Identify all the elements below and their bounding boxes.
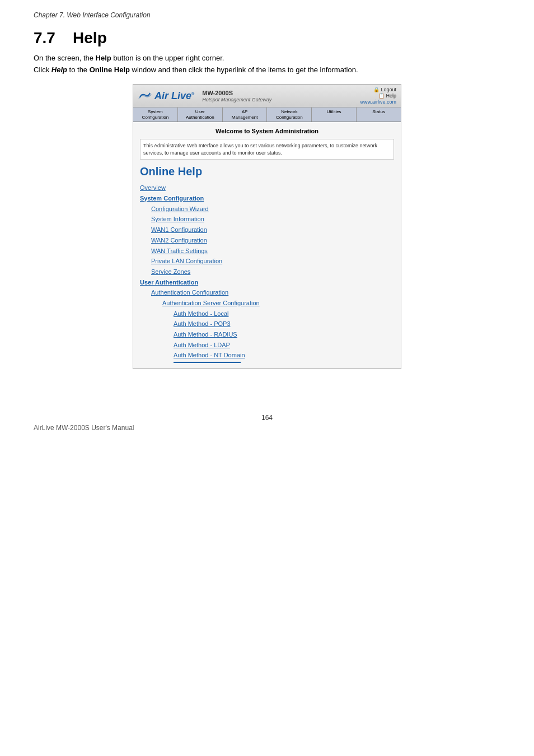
ss-logo-text: Air Live® — [154, 90, 194, 102]
ss-content: Welcome to System Administration This Ad… — [133, 122, 401, 368]
online-help-title: Online Help — [140, 165, 394, 178]
cutoff-line — [174, 362, 241, 363]
link-auth-radius[interactable]: Auth Method - RADIUS — [140, 329, 394, 340]
footer-manual-text: AirLive MW-2000S User's Manual — [34, 424, 500, 432]
section-name: Help — [73, 29, 107, 46]
link-user-auth[interactable]: User Authentication — [140, 277, 394, 288]
link-config-wizard[interactable]: Configuration Wizard — [140, 204, 394, 214]
ss-logo-area: Air Live® MW-2000S Hotspot Management Ga… — [138, 90, 271, 102]
link-overview[interactable]: Overview — [140, 183, 394, 193]
nav-utilities[interactable]: Utilities — [312, 108, 357, 122]
section-desc2: Click Help to the Online Help window and… — [34, 66, 500, 74]
ss-topbar: Air Live® MW-2000S Hotspot Management Ga… — [133, 85, 401, 108]
section-desc1: On the screen, the Help button is on the… — [34, 54, 500, 62]
link-auth-pop3[interactable]: Auth Method - POP3 — [140, 319, 394, 329]
logout-button[interactable]: 🔒 Logout — [373, 87, 396, 92]
link-service-zones[interactable]: Service Zones — [140, 267, 394, 277]
page-number: 164 — [34, 414, 500, 422]
link-auth-config[interactable]: Authentication Configuration — [140, 287, 394, 298]
ss-navbar: SystemConfiguration UserAuthentication A… — [133, 108, 401, 122]
link-auth-server-config[interactable]: Authentication Server Configuration — [140, 298, 394, 309]
ss-right-buttons: 🔒 Logout 📋 Help www.airlive.com — [360, 87, 396, 105]
link-auth-ntdomain[interactable]: Auth Method - NT Domain — [140, 350, 394, 361]
link-wan1-config[interactable]: WAN1 Configuration — [140, 225, 394, 235]
link-wan-traffic[interactable]: WAN Traffic Settings — [140, 246, 394, 256]
nav-ap-mgmt[interactable]: APManagement — [223, 108, 268, 122]
link-auth-local[interactable]: Auth Method - Local — [140, 309, 394, 319]
page-footer-area: 164 AirLive MW-2000S User's Manual — [34, 414, 500, 432]
link-system-information[interactable]: System Information — [140, 214, 394, 225]
screenshot-box: Air Live® MW-2000S Hotspot Management Ga… — [133, 84, 401, 369]
link-private-lan[interactable]: Private LAN Configuration — [140, 256, 394, 267]
nav-system-config[interactable]: SystemConfiguration — [133, 108, 178, 122]
section-number: 7.7 — [34, 29, 55, 46]
link-auth-ldap[interactable]: Auth Method - LDAP — [140, 340, 394, 351]
ss-tagline: Hotspot Management Gateway — [202, 97, 271, 102]
help-links-list: Overview System Configuration Configurat… — [140, 183, 394, 363]
ss-welcome: Welcome to System Administration — [140, 128, 394, 134]
nav-network-config[interactable]: NetworkConfiguration — [267, 108, 312, 122]
airlive-wave-icon — [138, 90, 153, 102]
ss-website: www.airlive.com — [360, 99, 396, 105]
link-system-configuration[interactable]: System Configuration — [140, 193, 394, 204]
link-wan2-config[interactable]: WAN2 Configuration — [140, 235, 394, 246]
nav-user-auth[interactable]: UserAuthentication — [178, 108, 223, 122]
section-title: 7.7 Help — [34, 29, 500, 47]
help-button[interactable]: 📋 Help — [378, 93, 396, 99]
ss-model: MW-2000S — [202, 90, 271, 96]
ss-desc-text: This Administrative Web Interface allows… — [140, 139, 394, 160]
chapter-header: Chapter 7. Web Interface Configuration — [34, 11, 500, 19]
nav-status[interactable]: Status — [357, 108, 401, 122]
